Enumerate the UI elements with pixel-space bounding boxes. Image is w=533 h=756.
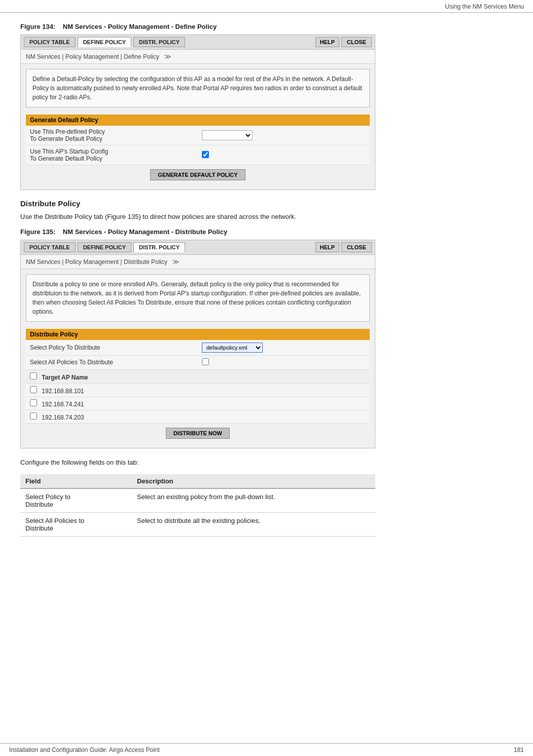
form-value-startup (198, 145, 370, 165)
ap-ip-3: 192.168.74.203 (42, 414, 84, 421)
page-header: Using the NM Services Menu (0, 0, 533, 13)
policy-distribute-select[interactable]: defaultpolicy.xml (202, 343, 263, 353)
figure134-label: Figure 134: (20, 23, 55, 30)
desc-value-1: Select an existing policy from the pull-… (132, 488, 375, 513)
figure135-info-text: Distribute a policy to one or more enrol… (32, 281, 361, 315)
tab-define-policy-2[interactable]: DEFINE POLICY (78, 242, 131, 252)
figure134-body: Define a Default-Policy by selecting the… (21, 64, 375, 190)
figure134-info-text: Define a Default-Policy by selecting the… (32, 75, 362, 101)
desc-field-1: Select Policy toDistribute (20, 488, 132, 513)
form-value-select-policy: defaultpolicy.xml (198, 340, 370, 356)
breadcrumb-text-2: NM Services | Policy Management | Distri… (26, 258, 167, 266)
footer-right: 181 (514, 746, 524, 753)
form-label-select-policy: Select Policy To Distribute (26, 340, 198, 356)
form-label-startup: Use This AP's Startup ConfigTo Generate … (26, 145, 198, 165)
close-button-2[interactable]: CLOSE (341, 242, 372, 252)
close-button-1[interactable]: CLOSE (341, 37, 372, 47)
configure-text: Configure the following fields on this t… (20, 458, 513, 468)
distribute-section-title: Distribute Policy (20, 199, 513, 208)
figure135-breadcrumb: NM Services | Policy Management | Distri… (21, 255, 375, 269)
breadcrumb-text-1: NM Services | Policy Management | Define… (26, 53, 159, 60)
form-value-select-all (198, 355, 370, 369)
ap-row-2: 192.168.74.241 (26, 397, 370, 410)
tab-distr-policy-1[interactable]: DISTR. POLICY (133, 37, 185, 47)
form-label-predef: Use This Pre-defined PolicyTo Generate D… (26, 126, 198, 145)
form-label-select-all: Select All Policies To Distribute (26, 355, 198, 369)
form-row-select-policy: Select Policy To Distribute defaultpolic… (26, 340, 370, 356)
ap-checkbox-1[interactable] (30, 386, 37, 393)
header-title: Using the NM Services Menu (445, 3, 524, 10)
ap-checkbox-3[interactable] (30, 412, 37, 420)
figure135-form-table: Select Policy To Distribute defaultpolic… (26, 340, 370, 424)
tab-distr-policy-2[interactable]: DISTR. POLICY (133, 242, 185, 252)
figure134-breadcrumb: NM Services | Policy Management | Define… (21, 50, 375, 64)
ap-ip-2: 192.168.74.241 (42, 401, 84, 408)
col-description: Description (132, 474, 375, 488)
predef-policy-select[interactable] (202, 130, 253, 140)
main-content: Figure 134: NM Services - Policy Managem… (0, 13, 533, 567)
figure135-body: Distribute a policy to one or more enrol… (21, 269, 375, 448)
figure134-info: Define a Default-Policy by selecting the… (26, 69, 370, 107)
startup-config-checkbox[interactable] (202, 151, 209, 158)
distribute-now-button[interactable]: DISTRIBUTE NOW (166, 428, 230, 439)
desc-row-2: Select All Policies toDistribute Select … (20, 513, 375, 537)
figure134-caption: Figure 134: NM Services - Policy Managem… (20, 23, 513, 30)
generate-default-policy-button[interactable]: GENERATE DEFAULT POLICY (150, 169, 245, 180)
description-table: Field Description Select Policy toDistri… (20, 474, 375, 537)
ap-header-checkbox[interactable] (30, 372, 37, 380)
help-button-1[interactable]: HELP (315, 37, 339, 47)
ap-row-3: 192.168.74.203 (26, 410, 370, 423)
ap-ip-1: 192.168.88.101 (42, 388, 84, 395)
figure135-title: NM Services - Policy Management - Distri… (63, 228, 227, 236)
figure135-caption: Figure 135: NM Services - Policy Managem… (20, 228, 513, 236)
figure134-panel: POLICY TABLE DEFINE POLICY DISTR. POLICY… (20, 34, 375, 190)
ap-checkbox-2[interactable] (30, 399, 37, 406)
col-field: Field (20, 474, 132, 488)
form-row-startup: Use This AP's Startup ConfigTo Generate … (26, 145, 370, 165)
ap-header-label: Target AP Name (42, 374, 88, 381)
footer-left: Installation and Configuration Guide: Ai… (9, 746, 160, 753)
form-row-predef: Use This Pre-defined PolicyTo Generate D… (26, 126, 370, 145)
tab-define-policy-1[interactable]: DEFINE POLICY (78, 37, 131, 47)
figure135-panel: POLICY TABLE DEFINE POLICY DISTR. POLICY… (20, 240, 375, 448)
desc-row-1: Select Policy toDistribute Select an exi… (20, 488, 375, 513)
desc-field-2: Select All Policies toDistribute (20, 513, 132, 537)
figure135-info: Distribute a policy to one or more enrol… (26, 274, 370, 322)
page-footer: Installation and Configuration Guide: Ai… (0, 743, 533, 756)
ap-header-row: Target AP Name (26, 369, 370, 384)
form-value-predef (198, 126, 370, 145)
help-button-2[interactable]: HELP (315, 242, 339, 252)
ap-row-1: 192.168.88.101 (26, 384, 370, 397)
figure134-topbar: POLICY TABLE DEFINE POLICY DISTR. POLICY… (21, 35, 375, 50)
figure135-label: Figure 135: (20, 228, 55, 236)
figure134-section-header: Generate Default Policy (26, 115, 370, 126)
distribute-section-body: Use the Distribute Policy tab (Figure 13… (20, 212, 513, 222)
figure135-topbar: POLICY TABLE DEFINE POLICY DISTR. POLICY… (21, 240, 375, 255)
desc-table-header: Field Description (20, 474, 375, 488)
figure134-form-table: Use This Pre-defined PolicyTo Generate D… (26, 126, 370, 165)
tab-policy-table-2[interactable]: POLICY TABLE (24, 242, 76, 252)
desc-value-2: Select to distribute all the existing po… (132, 513, 375, 537)
figure135-section-header: Distribute Policy (26, 329, 370, 340)
tab-policy-table-1[interactable]: POLICY TABLE (24, 37, 76, 47)
figure134-title: NM Services - Policy Management - Define… (63, 23, 217, 30)
breadcrumb-arrow-2: ≫ (172, 258, 180, 266)
breadcrumb-arrow-1: ≫ (164, 53, 171, 60)
form-row-select-all: Select All Policies To Distribute (26, 355, 370, 369)
select-all-checkbox[interactable] (202, 358, 209, 365)
